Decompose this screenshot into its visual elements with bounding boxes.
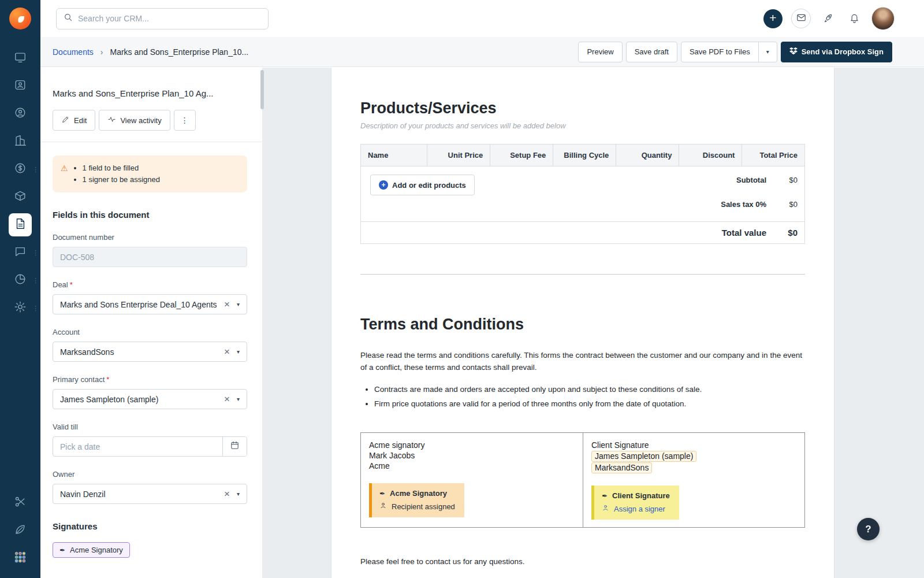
person-icon — [602, 504, 609, 513]
assign-signer-link[interactable]: Assign a signer — [614, 505, 665, 513]
owner-value: Navin Denzil — [60, 490, 106, 499]
deal-select[interactable]: Marks and Sons Enterprise Deal_10 Agents… — [53, 294, 247, 314]
edit-button[interactable]: Edit — [53, 110, 95, 131]
total-value-amount: $0 — [781, 228, 798, 238]
sidebar-item-app-switcher[interactable] — [0, 544, 40, 572]
add-products-button[interactable]: + Add or edit products — [370, 175, 475, 195]
required-marker: * — [106, 375, 109, 384]
sidebar-item-freddy[interactable] — [0, 517, 40, 544]
chevron-down-icon[interactable]: ▾ — [237, 491, 240, 497]
quick-add-button[interactable]: + — [763, 9, 783, 28]
clear-icon[interactable]: × — [224, 489, 230, 499]
sidebar-item-conversations[interactable]: ⋮ — [0, 239, 40, 266]
account-value: MarksandSons — [60, 347, 114, 357]
primary-contact-select[interactable]: James Sampleton (sample) × ▾ — [53, 389, 247, 409]
dollar-icon — [14, 162, 27, 177]
freshworks-logo[interactable] — [9, 8, 31, 29]
products-table-body: + Add or edit products Subtotal $0 Sales… — [361, 166, 804, 221]
kebab-icon: ⋮ — [181, 116, 189, 125]
user-avatar[interactable] — [871, 7, 895, 30]
primary-contact-label-text: Primary contact — [53, 375, 105, 384]
drag-handle-icon[interactable]: ⋮ — [32, 250, 39, 256]
sidebar-item-dashboard[interactable] — [0, 45, 40, 72]
field-label: Document number — [53, 233, 247, 242]
clear-icon[interactable]: × — [224, 394, 230, 404]
signature-block: Acme signatory Mark Jacobs Acme ✒ Acme S… — [360, 432, 805, 528]
whats-new-button[interactable] — [819, 10, 837, 27]
notifications-button[interactable] — [845, 10, 863, 27]
valid-till-date-field: Pick a date — [53, 436, 247, 457]
sidebar-item-settings[interactable]: ⋮ — [0, 294, 40, 322]
drag-handle-icon[interactable]: ⋮ — [32, 305, 39, 312]
breadcrumb-documents-link[interactable]: Documents — [53, 47, 94, 57]
clear-icon[interactable]: × — [224, 347, 230, 357]
email-button[interactable] — [791, 9, 811, 28]
account-select[interactable]: MarksandSons × ▾ — [53, 342, 247, 362]
account-merge-field[interactable]: MarksandSons — [591, 462, 652, 473]
save-draft-button[interactable]: Save draft — [626, 42, 677, 62]
more-options-button[interactable]: ⋮ — [174, 110, 196, 131]
plus-icon: + — [769, 11, 776, 25]
document-number-input: DOC-508 — [53, 247, 247, 267]
date-input[interactable]: Pick a date — [53, 437, 222, 456]
column-header-unit-price: Unit Price — [427, 144, 490, 166]
calendar-button[interactable] — [222, 437, 247, 456]
total-value-row: Total value $0 — [361, 221, 804, 243]
signatures-section-heading: Signatures — [53, 521, 247, 531]
sidebar-item-products[interactable] — [0, 183, 40, 211]
warning-icon: ⚠ — [61, 162, 68, 186]
acme-signature-field[interactable]: ✒ Acme Signatory Recipient assigned — [369, 483, 464, 517]
edit-button-label: Edit — [74, 116, 87, 125]
contact-merge-field[interactable]: James Sampleton (sample) — [591, 451, 696, 462]
sidebar-nav: ⋮ ⋮ ⋮ ⋮ — [0, 45, 40, 322]
pen-nib-icon: ✒ — [379, 490, 385, 497]
save-pdf-dropdown-button[interactable]: ▾ — [758, 42, 777, 62]
chevron-down-icon[interactable]: ▾ — [237, 349, 240, 355]
column-header-quantity: Quantity — [616, 144, 679, 166]
products-services-heading: Products/Services — [360, 99, 805, 117]
field-label: Primary contact* — [53, 375, 247, 384]
acme-signatory-chip[interactable]: ✒ Acme Signatory — [53, 542, 130, 558]
rocket-icon — [823, 12, 834, 25]
send-dropbox-sign-button[interactable]: Send via Dropbox Sign — [781, 42, 892, 62]
chevron-down-icon[interactable]: ▾ — [237, 301, 240, 307]
document-canvas: Products/Services Description of your pr… — [262, 68, 924, 578]
pen-nib-icon: ✒ — [602, 492, 608, 499]
fields-section-heading: Fields in this document — [53, 210, 247, 220]
sales-tax-row: Sales tax 0% $0 — [721, 200, 798, 209]
view-activity-button[interactable]: View activity — [99, 110, 170, 131]
plus-circle-icon: + — [379, 180, 388, 190]
sidebar-item-accounts[interactable] — [0, 128, 40, 155]
client-signature-field[interactable]: ✒ Client Signature Assign a signer — [591, 486, 679, 520]
field-label: Deal* — [53, 280, 247, 289]
scissors-icon — [14, 495, 27, 510]
sidebar-item-contacts[interactable] — [0, 72, 40, 100]
panel-scrollbar-thumb[interactable] — [260, 70, 264, 109]
sidebar-item-tools[interactable] — [0, 489, 40, 517]
sidebar-item-leads[interactable] — [0, 100, 40, 128]
preview-button[interactable]: Preview — [578, 42, 622, 62]
view-activity-label: View activity — [120, 116, 161, 125]
drag-handle-icon[interactable]: ⋮ — [32, 166, 39, 173]
sidebar-item-documents[interactable] — [0, 211, 40, 239]
owner-select[interactable]: Navin Denzil × ▾ — [53, 484, 247, 504]
subtotal-value: $0 — [781, 176, 798, 184]
deal-label-text: Deal — [53, 280, 68, 289]
document-page: Products/Services Description of your pr… — [331, 68, 834, 578]
clear-icon[interactable]: × — [224, 299, 230, 309]
gear-icon — [14, 301, 27, 316]
help-button[interactable]: ? — [857, 518, 880, 540]
save-pdf-button[interactable]: Save PDF to Files — [681, 42, 759, 62]
sidebar-item-analytics[interactable]: ⋮ — [0, 266, 40, 294]
global-search[interactable] — [56, 8, 269, 29]
building-icon — [14, 134, 27, 149]
sidebar-bottom-nav — [0, 489, 40, 572]
drag-handle-icon[interactable]: ⋮ — [32, 277, 39, 284]
document-number-value: DOC-508 — [60, 253, 94, 262]
subtotal-row: Subtotal $0 — [736, 176, 798, 184]
chevron-down-icon[interactable]: ▾ — [237, 396, 240, 402]
products-table-header: Name Unit Price Setup Fee Billing Cycle … — [361, 144, 804, 166]
search-input[interactable] — [78, 14, 261, 23]
field-account: Account MarksandSons × ▾ — [53, 328, 247, 362]
sidebar-item-deals[interactable]: ⋮ — [0, 155, 40, 183]
